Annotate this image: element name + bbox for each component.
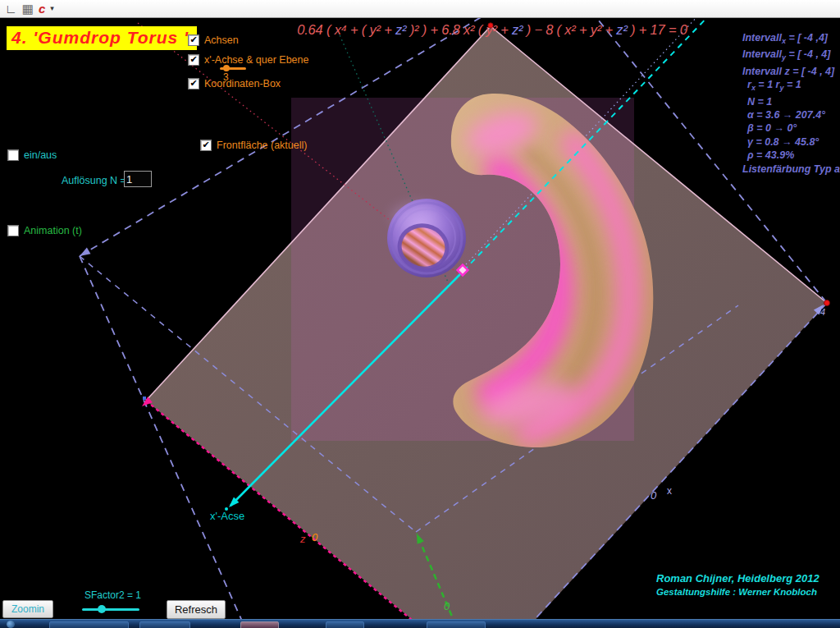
credits-author: Roman Chijner, Heidelberg 2012 (656, 572, 840, 584)
four-tick-label: 4 (820, 307, 825, 317)
sfactor-slider-handle[interactable] (98, 605, 106, 613)
checkbox-x-achse[interactable]: x'-Achse & quer Ebene (188, 54, 308, 66)
checkbox-koordinaten-box[interactable]: Koordinaten-Box (188, 78, 281, 89)
checkbox-koordinaten-box-label: Koordinaten-Box (204, 78, 281, 89)
zero-orange-label: 0 (312, 531, 318, 543)
taskbar-button[interactable] (240, 621, 279, 628)
info-line: Listenfärbung Typ a (742, 163, 839, 176)
grid-icon[interactable]: ▦ (22, 2, 34, 15)
info-line: ρ = 43.9% (742, 149, 839, 162)
checkbox-koordinaten-box-box[interactable] (188, 78, 199, 89)
sfactor-slider-track[interactable] (82, 608, 139, 611)
checkbox-ein-aus[interactable]: ein/aus (7, 149, 57, 161)
checkbox-frontflaeche-label: Frontfläche (aktuell) (217, 140, 307, 151)
info-panel: Intervallx = [ -4 ,4] Intervally = [ -4 … (742, 31, 839, 176)
checkbox-ein-aus-box[interactable] (7, 149, 19, 161)
checkbox-frontflaeche[interactable]: Frontfläche (aktuell) (200, 140, 307, 151)
checkbox-ein-aus-label: ein/aus (24, 149, 57, 161)
info-line: N = 1 (742, 95, 839, 108)
zero-lavender-label: 0 (651, 489, 657, 502)
checkbox-achsen-box[interactable] (188, 34, 199, 46)
taskbar-button[interactable] (326, 621, 364, 628)
checkbox-x-achse-box[interactable] (188, 54, 199, 66)
x-prime-axis-label: x'-Acse (210, 510, 244, 522)
checkbox-animation-box[interactable] (7, 225, 19, 236)
application-window: x'-Acse z 0 0 x 4 0 ∟ ▦ c ▾ 4. 'Gumdrop … (0, 0, 840, 628)
info-line: β = 0 → 0° (742, 121, 839, 135)
checkbox-animation-label: Animation (t) (24, 225, 82, 236)
refresh-button[interactable]: Refresch (167, 600, 226, 619)
checkbox-animation[interactable]: Animation (t) (7, 225, 82, 236)
windows-taskbar[interactable] (0, 619, 840, 628)
mini-slider-track[interactable] (220, 67, 246, 70)
geogebra-c-icon[interactable]: c (39, 2, 45, 15)
toolbar: ∟ ▦ c ▾ (0, 0, 840, 18)
surface-equation: 0.64 ( x⁴ + ( y² + z² )² ) + 6.8 x² ( y²… (279, 22, 705, 38)
taskbar-button[interactable] (49, 621, 129, 628)
dropdown-caret-icon[interactable]: ▾ (50, 2, 54, 15)
sfactor-slider-label: SFactor2 = 1 (84, 589, 141, 601)
page-title: 4. 'Gumdrop Torus ' (7, 26, 197, 50)
x-axis-label: x (667, 485, 672, 497)
checkbox-achsen[interactable]: Achsen (188, 34, 239, 46)
blue-dot-marker (143, 397, 146, 400)
checkbox-x-achse-label: x'-Achse & quer Ebene (204, 54, 308, 66)
resolution-input[interactable] (124, 171, 152, 187)
checkbox-achsen-label: Achsen (204, 34, 239, 46)
taskbar-button[interactable] (139, 621, 190, 628)
credits-design: Gestaltungshilfe : Werner Knobloch (656, 587, 840, 597)
axes-icon[interactable]: ∟ (5, 2, 17, 15)
graphics-3d-view[interactable]: x'-Acse z 0 0 x 4 0 (0, 0, 840, 628)
zero-green-label: 0 (444, 600, 450, 612)
zoomin-button[interactable]: Zoomin (2, 600, 53, 618)
info-line: Intervallx = [ -4 ,4] (742, 31, 839, 48)
small-torus-sphere (387, 199, 466, 277)
resolution-label: Auflösung N = (62, 175, 126, 186)
info-line: γ = 0.8 → 45.8° (742, 135, 839, 149)
mini-slider-handle[interactable] (223, 65, 230, 71)
taskbar-button[interactable] (427, 621, 486, 628)
info-line: Intervally = [ -4 , 4] (742, 48, 839, 64)
info-line: α = 3.6 → 207.4° (742, 108, 839, 121)
point-plane-right[interactable] (824, 300, 830, 306)
credits: Roman Chijner, Heidelberg 2012 Gestaltun… (656, 572, 840, 597)
info-line: Intervall z = [ -4 , 4] (742, 65, 839, 78)
checkbox-frontflaeche-box[interactable] (200, 140, 212, 151)
start-button-icon[interactable] (7, 621, 15, 628)
z-axis-label: z (299, 533, 306, 545)
info-line: rx = 1 ry = 1 (742, 78, 839, 94)
